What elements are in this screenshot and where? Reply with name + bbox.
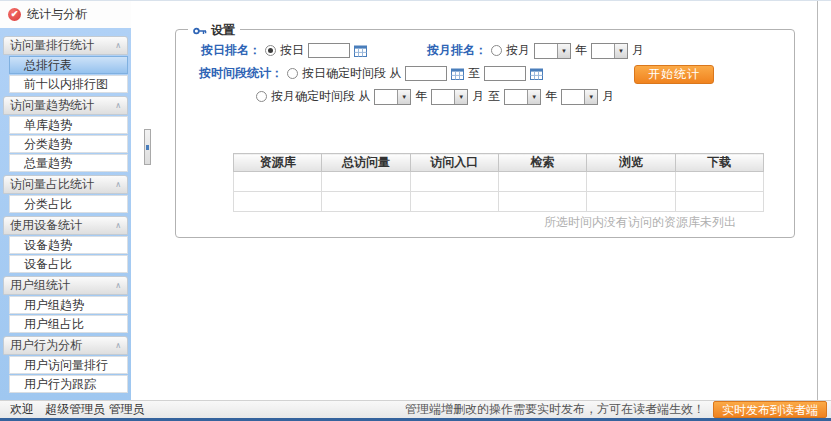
results-table: 资源库 总访问量 访问入口 检索 浏览 下载 — [233, 153, 764, 212]
col-download: 下载 — [675, 154, 763, 172]
calendar-icon[interactable] — [530, 68, 543, 80]
year-suffix: 年 — [545, 88, 557, 105]
app-window: ✔ 统计与分析 访问量排行统计 ∧ 总排行表 前十以内排行图 访问量趋势统计 ∧… — [0, 0, 831, 421]
sidebar: 访问量排行统计 ∧ 总排行表 前十以内排行图 访问量趋势统计 ∧ 单库趋势 分类… — [0, 28, 131, 400]
cell — [322, 192, 410, 212]
monthly-month-select[interactable]: ▼ — [591, 43, 628, 59]
month-suffix: 月 — [632, 42, 644, 59]
col-access-entry: 访问入口 — [410, 154, 498, 172]
module-header: ✔ 统计与分析 — [0, 1, 131, 28]
month-suffix: 月 — [472, 88, 484, 105]
sidebar-item-total-rank[interactable]: 总排行表 — [9, 56, 128, 74]
sidebar-item-single-lib-trend[interactable]: 单库趋势 — [9, 116, 128, 134]
chevron-up-icon: ∧ — [115, 277, 121, 294]
month-suffix: 月 — [602, 88, 614, 105]
sidebar-item-usergroup-share[interactable]: 用户组占比 — [9, 315, 128, 333]
table-row — [234, 172, 764, 192]
table-header-row: 资源库 总访问量 访问入口 检索 浏览 下载 — [234, 154, 764, 172]
section-label: 访问量排行统计 — [10, 37, 94, 54]
calendar-icon[interactable] — [451, 68, 464, 80]
daily-rank-label: 按日排名： — [201, 42, 261, 59]
welcome-text: 欢迎 超级管理员 管理员 — [10, 401, 145, 418]
select-value — [592, 44, 614, 58]
settings-panel: 设置 按日排名： 按日 按月排名： 按月 ▼ 年 ▼ — [175, 29, 795, 238]
cell — [410, 172, 498, 192]
settings-legend: 设置 — [188, 22, 240, 39]
cell — [587, 172, 675, 192]
daily-date-input[interactable] — [308, 43, 350, 58]
period-from-date-input[interactable] — [405, 66, 447, 81]
section-label: 用户组统计 — [10, 277, 70, 294]
select-value — [375, 90, 397, 104]
select-value — [432, 90, 454, 104]
chevron-down-icon: ▼ — [527, 90, 540, 104]
period-from-year-select[interactable]: ▼ — [374, 89, 411, 105]
sidebar-item-top10-chart[interactable]: 前十以内排行图 — [9, 75, 128, 93]
chevron-up-icon: ∧ — [115, 97, 121, 114]
daily-radio[interactable] — [265, 45, 276, 56]
sidebar-item-user-behavior-track[interactable]: 用户行为跟踪 — [9, 375, 128, 393]
chevron-down-icon: ▼ — [557, 44, 570, 58]
empty-table-note: 所选时间内没有访问的资源库未列出 — [233, 214, 764, 231]
table-row — [234, 192, 764, 212]
realtime-publish-button[interactable]: 实时发布到读者端 — [713, 401, 827, 418]
period-to-date-input[interactable] — [484, 66, 526, 81]
chevron-down-icon: ▼ — [397, 90, 410, 104]
col-browse: 浏览 — [587, 154, 675, 172]
start-statistics-button[interactable]: 开始统计 — [634, 65, 714, 84]
sidebar-section-user-behavior[interactable]: 用户行为分析 ∧ — [3, 336, 128, 355]
sidebar-section-usergroup-stats[interactable]: 用户组统计 ∧ — [3, 276, 128, 295]
welcome-label: 欢迎 — [10, 402, 34, 416]
sidebar-section-visit-trend[interactable]: 访问量趋势统计 ∧ — [3, 96, 128, 115]
year-suffix: 年 — [575, 42, 587, 59]
splitter-arrow-icon — [146, 145, 149, 150]
cell — [234, 192, 322, 212]
chevron-down-icon: ▼ — [454, 90, 467, 104]
daily-radio-label: 按日 — [280, 42, 304, 59]
sidebar-item-device-share[interactable]: 设备占比 — [9, 255, 128, 273]
to-label: 至 — [468, 65, 480, 82]
period-to-month-select[interactable]: ▼ — [561, 89, 598, 105]
sidebar-item-usergroup-trend[interactable]: 用户组趋势 — [9, 296, 128, 314]
period-to-year-select[interactable]: ▼ — [504, 89, 541, 105]
chevron-up-icon: ∧ — [115, 176, 121, 193]
calendar-icon[interactable] — [354, 45, 367, 57]
daily-rank-row: 按日排名： 按日 按月排名： 按月 ▼ 年 ▼ 月 — [201, 42, 644, 59]
monthly-radio-label: 按月 — [506, 42, 530, 59]
month-period-radio[interactable] — [256, 91, 267, 102]
month-period-row: 按月确定时间段 从 ▼ 年 ▼ 月 至 ▼ 年 ▼ 月 — [256, 88, 614, 105]
cell — [234, 172, 322, 192]
sidebar-item-category-share[interactable]: 分类占比 — [9, 195, 128, 213]
period-from-month-select[interactable]: ▼ — [431, 89, 468, 105]
cell — [322, 172, 410, 192]
sidebar-collapse-handle[interactable] — [144, 129, 151, 165]
day-period-row: 按时间段统计： 按日确定时间段 从 至 — [199, 65, 543, 82]
chevron-up-icon: ∧ — [115, 337, 121, 354]
cell — [675, 192, 763, 212]
sidebar-item-category-trend[interactable]: 分类趋势 — [9, 135, 128, 153]
sidebar-item-device-trend[interactable]: 设备趋势 — [9, 236, 128, 254]
sidebar-section-device-stats[interactable]: 使用设备统计 ∧ — [3, 216, 128, 235]
main-panel-border — [817, 1, 818, 400]
monthly-year-select[interactable]: ▼ — [534, 43, 571, 59]
day-period-radio[interactable] — [287, 68, 298, 79]
sidebar-section-visit-share[interactable]: 访问量占比统计 ∧ — [3, 175, 128, 194]
chevron-up-icon: ∧ — [115, 217, 121, 234]
monthly-radio[interactable] — [491, 45, 502, 56]
select-value — [535, 44, 557, 58]
to-label: 至 — [488, 88, 500, 105]
status-bar: 欢迎 超级管理员 管理员 管理端增删改的操作需要实时发布，方可在读者端生效！ 实… — [0, 400, 831, 418]
sidebar-item-total-trend[interactable]: 总量趋势 — [9, 154, 128, 172]
cell — [675, 172, 763, 192]
section-label: 访问量占比统计 — [10, 176, 94, 193]
sidebar-section-visit-rank[interactable]: 访问量排行统计 ∧ — [3, 36, 128, 55]
chevron-down-icon: ▼ — [614, 44, 627, 58]
settings-key-icon — [193, 26, 207, 36]
chevron-down-icon: ▼ — [584, 90, 597, 104]
chevron-up-icon: ∧ — [115, 37, 121, 54]
select-value — [562, 90, 584, 104]
section-label: 用户行为分析 — [10, 337, 82, 354]
monthly-rank-label: 按月排名： — [427, 42, 487, 59]
sidebar-item-user-visit-rank[interactable]: 用户访问量排行 — [9, 356, 128, 374]
col-resource-lib: 资源库 — [234, 154, 322, 172]
